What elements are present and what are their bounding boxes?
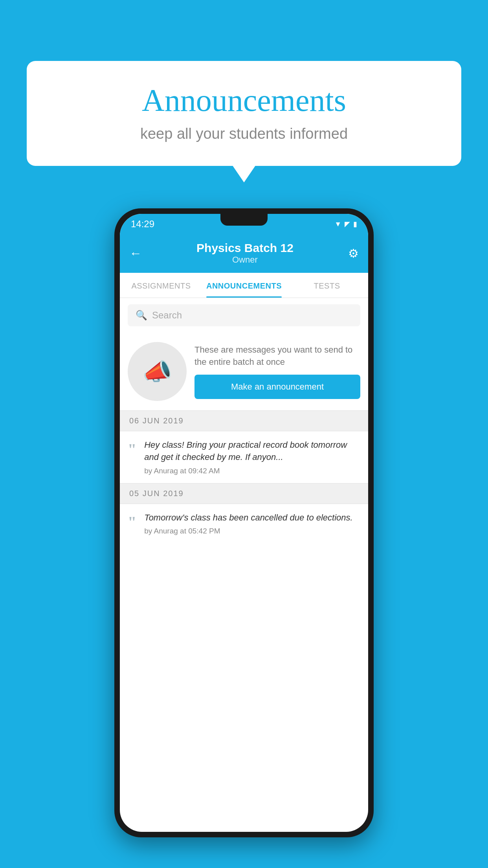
quote-icon-2: "	[128, 514, 136, 530]
announcement-content-2: Tomorrow's class has been cancelled due …	[144, 512, 360, 536]
bubble-title: Announcements	[50, 83, 438, 118]
promo-right: These are messages you want to send to t…	[194, 344, 360, 399]
speech-bubble: Announcements keep all your students inf…	[27, 61, 461, 166]
phone-notch	[220, 214, 268, 226]
promo-section: 📣 These are messages you want to send to…	[120, 333, 368, 410]
tab-tests[interactable]: TESTS	[286, 273, 368, 298]
announcement-text-2: Tomorrow's class has been cancelled due …	[144, 512, 360, 524]
settings-icon[interactable]: ⚙	[348, 246, 359, 260]
search-placeholder: Search	[152, 310, 182, 321]
announcement-meta-2: by Anurag at 05:42 PM	[144, 527, 360, 535]
announcement-item-1[interactable]: " Hey class! Bring your practical record…	[120, 431, 368, 483]
promo-icon-circle: 📣	[128, 342, 187, 401]
date-separator-1: 06 JUN 2019	[120, 410, 368, 431]
search-bar[interactable]: 🔍 Search	[128, 304, 360, 326]
tab-announcements[interactable]: ANNOUNCEMENTS	[202, 273, 286, 298]
make-announcement-button[interactable]: Make an announcement	[194, 375, 360, 399]
header-subtitle: Owner	[196, 255, 294, 265]
phone-device: 14:29 ▼ ◤ ▮ ← Physics Batch 12 Owner ⚙	[114, 208, 374, 837]
header-center: Physics Batch 12 Owner	[196, 241, 294, 265]
search-container: 🔍 Search	[120, 298, 368, 333]
header-title: Physics Batch 12	[196, 241, 294, 255]
tabs-bar: ASSIGNMENTS ANNOUNCEMENTS TESTS	[120, 273, 368, 298]
signal-icon: ◤	[345, 220, 350, 228]
screen-content: ← Physics Batch 12 Owner ⚙ ASSIGNMENTS A…	[120, 234, 368, 832]
tab-assignments[interactable]: ASSIGNMENTS	[120, 273, 202, 298]
announcement-content-1: Hey class! Bring your practical record b…	[144, 439, 360, 475]
back-button[interactable]: ←	[129, 246, 142, 261]
status-icons: ▼ ◤ ▮	[334, 220, 357, 228]
wifi-icon: ▼	[334, 220, 341, 228]
bubble-subtitle: keep all your students informed	[50, 125, 438, 142]
quote-icon-1: "	[128, 441, 136, 457]
announcement-text-1: Hey class! Bring your practical record b…	[144, 439, 360, 463]
battery-icon: ▮	[353, 220, 357, 228]
promo-description: These are messages you want to send to t…	[194, 344, 360, 368]
announcement-item-2[interactable]: " Tomorrow's class has been cancelled du…	[120, 504, 368, 544]
announcement-meta-1: by Anurag at 09:42 AM	[144, 467, 360, 475]
date-separator-2: 05 JUN 2019	[120, 483, 368, 504]
search-icon: 🔍	[136, 310, 147, 321]
phone-inner: 14:29 ▼ ◤ ▮ ← Physics Batch 12 Owner ⚙	[120, 214, 368, 832]
app-header: ← Physics Batch 12 Owner ⚙	[120, 234, 368, 273]
phone-wrapper: 14:29 ▼ ◤ ▮ ← Physics Batch 12 Owner ⚙	[31, 208, 457, 868]
speech-bubble-container: Announcements keep all your students inf…	[27, 61, 461, 166]
megaphone-icon: 📣	[143, 358, 172, 386]
status-time: 14:29	[131, 219, 154, 230]
